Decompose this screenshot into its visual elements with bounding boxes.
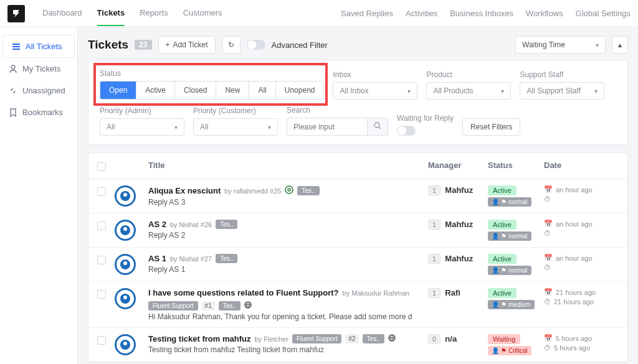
ticket-row[interactable]: Testing ticket from mahfuzby FletcherFlu… [88, 328, 627, 362]
reply-count: 1 [428, 288, 440, 298]
sidebar-item-label: All Tickets [26, 42, 62, 51]
ticket-excerpt: Testing ticket from mahfuz Testing ticke… [148, 345, 428, 354]
ticket-title: I have some questions related to Fluent … [148, 288, 339, 297]
sidebar-item-bookmarks[interactable]: Bookmarks [0, 101, 77, 123]
row-checkbox[interactable] [97, 222, 106, 230]
sort-direction-button[interactable]: ▴ [612, 36, 628, 54]
status-tab-new[interactable]: New [216, 82, 249, 99]
status-tab-unopend[interactable]: Unopend [276, 82, 324, 99]
status-tab-closed[interactable]: Closed [175, 82, 216, 99]
app-logo[interactable] [7, 5, 25, 22]
date-responded: 5 hours ago [554, 344, 590, 352]
ticket-hash: #2 [345, 334, 358, 343]
manager-name: Mahfuz [445, 220, 473, 229]
filter-label-staff: Support Staff [520, 70, 604, 79]
refresh-button[interactable]: ↻ [222, 36, 240, 54]
bookmark-icon [9, 108, 17, 117]
avatar [115, 288, 136, 309]
waiting-reply-toggle[interactable] [397, 126, 416, 136]
select-all-checkbox[interactable] [97, 162, 106, 171]
reply-count: 1 [428, 254, 440, 264]
status-tab-all[interactable]: All [249, 82, 275, 99]
globe-icon [285, 185, 293, 196]
date-created: 5 hours ago [556, 335, 592, 342]
sidebar-item-all-tickets[interactable]: All Tickets [2, 35, 75, 58]
ticket-author: by Nishat #27 [170, 255, 212, 263]
nav-business-inboxes[interactable]: Business Inboxes [450, 1, 513, 26]
nav-customers[interactable]: Customers [183, 1, 222, 26]
nav-dashboard[interactable]: Dashboard [42, 1, 82, 26]
svg-line-5 [379, 127, 381, 129]
reply-count: 1 [428, 220, 440, 230]
clock-icon: ⏱ [544, 298, 551, 306]
reply-count: 0 [428, 334, 440, 344]
topbar: DashboardTicketsReportsCustomers Saved R… [0, 0, 638, 27]
chevron-down-icon: ▾ [596, 42, 599, 49]
product-select[interactable]: All Products ▾ [426, 82, 511, 100]
ticket-row[interactable]: I have some questions related to Fluent … [88, 282, 627, 328]
nav-activities[interactable]: Activities [406, 1, 437, 26]
reset-filters-button[interactable]: Reset Filters [462, 118, 520, 136]
ticket-row[interactable]: AS 1by Nishat #27Tes..Reply AS 11 Mahfuz… [88, 248, 627, 282]
date-created: an hour ago [556, 186, 593, 194]
flag-icon: ⚑ [501, 267, 507, 274]
advanced-filter-toggle[interactable] [247, 40, 265, 50]
ticket-title: AS 2 [148, 220, 166, 229]
plus-icon: + [166, 40, 170, 49]
staff-select[interactable]: All Support Staff ▾ [520, 82, 604, 100]
status-badge: Waiting [488, 334, 520, 344]
priority-customer-select[interactable]: All ▾ [193, 118, 278, 136]
ticket-excerpt: Reply AS 3 [148, 198, 428, 207]
ticket-tag: Tes.. [219, 301, 240, 310]
unlink-icon [9, 86, 17, 95]
col-manager: Manager [428, 161, 488, 171]
status-segmented: OpenActiveClosedNewAllUnopend [100, 81, 324, 100]
flag-icon: ⚑ [501, 233, 507, 240]
clock-icon: ⏱ [544, 264, 551, 271]
nav-global-settings[interactable]: Global Settings [576, 1, 631, 26]
nav-workflows[interactable]: Workflows [526, 1, 563, 26]
status-tab-active[interactable]: Active [136, 82, 175, 99]
priority-admin-select[interactable]: All ▾ [100, 118, 184, 136]
table-header: Title Manager Status Date [88, 153, 627, 179]
user-icon: 👤 [492, 301, 499, 308]
date-responded: 21 hours ago [554, 298, 594, 306]
search-button[interactable] [368, 118, 388, 136]
search-input[interactable] [287, 118, 368, 136]
svg-rect-0 [12, 44, 20, 45]
manager-name: Mahfuz [445, 185, 473, 195]
user-icon: 👤 [492, 267, 499, 274]
status-badge: Active [488, 288, 517, 298]
inbox-select[interactable]: All Inbox ▾ [333, 82, 417, 100]
add-ticket-button[interactable]: + Add Ticket [158, 36, 216, 54]
avatar [115, 254, 136, 275]
ticket-row[interactable]: AS 2by Nishat #26Tes..Reply AS 21 Mahfuz… [88, 213, 627, 248]
ticket-excerpt: Hi Maksudur Rahman, Thank you for openin… [148, 312, 428, 321]
status-filter-group: Status OpenActiveClosedNewAllUnopend [100, 69, 324, 100]
row-checkbox[interactable] [97, 290, 106, 299]
row-checkbox[interactable] [97, 187, 106, 196]
sort-select[interactable]: Waiting Time ▾ [515, 36, 606, 54]
nav-tickets[interactable]: Tickets [97, 1, 125, 26]
ticket-tag: Tes.. [216, 254, 237, 263]
status-tab-open[interactable]: Open [100, 82, 136, 99]
sidebar: All TicketsMy TicketsUnassignedBookmarks [0, 27, 78, 364]
ticket-row[interactable]: Aliqua Ex nesciuntby rafiahmedd #25Tes..… [88, 179, 627, 213]
chevron-down-icon: ▾ [594, 88, 598, 95]
ticket-title: AS 1 [148, 254, 166, 263]
nav-reports[interactable]: Reports [140, 1, 168, 26]
row-checkbox[interactable] [97, 256, 106, 264]
filter-label-search: Search [287, 106, 388, 114]
row-checkbox[interactable] [97, 336, 106, 345]
nav-saved-replies[interactable]: Saved Replies [341, 1, 393, 26]
status-badge: Active [488, 185, 517, 195]
ticket-hash: #1 [202, 301, 215, 310]
calendar-icon: 📅 [544, 334, 553, 342]
sidebar-item-my-tickets[interactable]: My Tickets [0, 58, 77, 80]
col-status: Status [488, 161, 544, 171]
sidebar-item-unassigned[interactable]: Unassigned [0, 80, 77, 101]
flag-icon: ⚑ [501, 301, 507, 308]
ticket-tag: Tes.. [297, 186, 319, 195]
chevron-down-icon: ▾ [407, 88, 411, 95]
reply-count: 1 [428, 185, 440, 195]
